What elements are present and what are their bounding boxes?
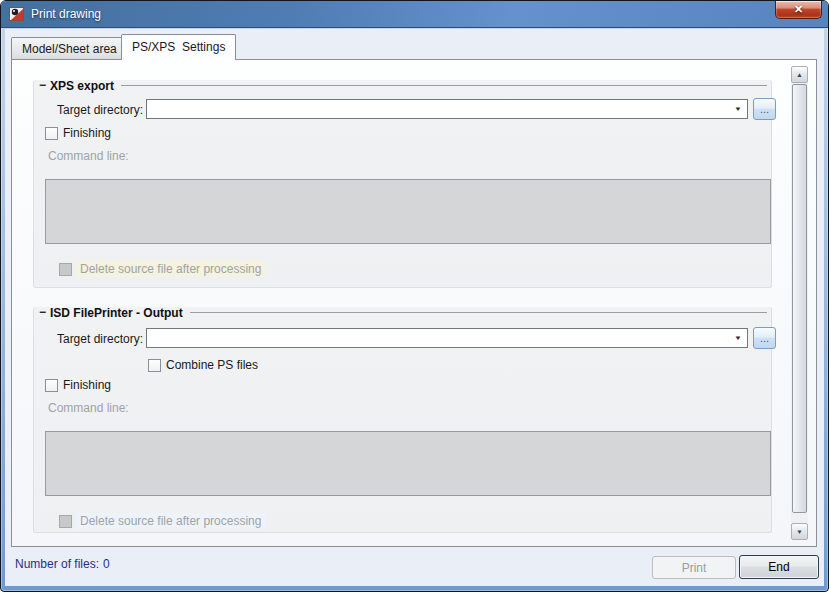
target-directory-combobox[interactable]: ▼ — [146, 328, 748, 348]
combine-ps-files-checkbox[interactable] — [148, 359, 161, 372]
group-title: XPS export — [50, 79, 114, 93]
combine-ps-files-label: Combine PS files — [166, 358, 258, 372]
tab-ps-xps-settings[interactable]: PS/XPS Settings — [121, 34, 236, 60]
dropdown-arrow-icon[interactable]: ▼ — [734, 106, 742, 112]
target-directory-input[interactable] — [149, 330, 727, 346]
print-drawing-dialog: Print drawing ✕ Model/Sheet area PS/XPS … — [0, 0, 829, 592]
delete-source-checkbox — [59, 515, 72, 528]
tab-label: PS/XPS Settings — [132, 40, 225, 54]
target-directory-input[interactable] — [149, 101, 727, 117]
delete-source-label: Delete source file after processing — [76, 513, 265, 529]
command-line-label: Command line: — [48, 149, 129, 163]
scrollbar-thumb[interactable] — [792, 84, 807, 513]
scroll-down-icon: ▼ — [796, 528, 803, 534]
target-directory-label: Target directory: — [48, 332, 143, 346]
group-xps-export: − XPS export Target directory: ▼ ... Fin… — [33, 80, 772, 288]
number-of-files-status: Number of files:0 — [15, 557, 110, 571]
number-of-files-label: Number of files: — [15, 557, 99, 571]
tab-model-sheet-area[interactable]: Model/Sheet area — [11, 37, 128, 60]
group-title: ISD FilePrinter - Output — [50, 306, 183, 320]
group-header-line — [190, 312, 767, 313]
delete-source-label: Delete source file after processing — [76, 261, 265, 277]
scroll-down-button[interactable]: ▼ — [791, 523, 808, 540]
tab-label: Model/Sheet area — [22, 42, 117, 56]
dialog-client-area: Model/Sheet area PS/XPS Settings − XPS e… — [5, 29, 824, 586]
close-button[interactable]: ✕ — [775, 1, 822, 19]
collapse-icon[interactable]: − — [39, 307, 46, 318]
group-header-line — [121, 85, 767, 86]
window-title: Print drawing — [31, 7, 101, 21]
browse-button[interactable]: ... — [753, 327, 776, 349]
app-icon — [9, 6, 25, 22]
finishing-label: Finishing — [63, 378, 111, 392]
command-line-label: Command line: — [48, 401, 129, 415]
print-button: Print — [652, 556, 736, 579]
target-directory-label: Target directory: — [48, 103, 143, 117]
delete-source-checkbox — [59, 263, 72, 276]
scroll-up-icon: ▲ — [796, 71, 803, 77]
target-directory-combobox[interactable]: ▼ — [146, 99, 748, 119]
scroll-up-button[interactable]: ▲ — [791, 66, 808, 83]
browse-button[interactable]: ... — [753, 98, 776, 120]
end-button[interactable]: End — [739, 555, 819, 579]
finishing-checkbox[interactable] — [45, 379, 58, 392]
titlebar[interactable]: Print drawing ✕ — [1, 1, 828, 28]
vertical-scrollbar[interactable]: ▲ ▼ — [791, 66, 808, 540]
command-line-textarea — [45, 179, 771, 244]
collapse-icon[interactable]: − — [39, 80, 46, 91]
group-isd-fileprinter-output: − ISD FilePrinter - Output Target direct… — [33, 307, 772, 533]
command-line-textarea — [45, 431, 771, 496]
number-of-files-count: 0 — [103, 557, 110, 571]
ps-xps-settings-page: − XPS export Target directory: ▼ ... Fin… — [11, 59, 817, 547]
finishing-checkbox[interactable] — [45, 127, 58, 140]
close-icon: ✕ — [776, 1, 821, 17]
finishing-label: Finishing — [63, 126, 111, 140]
dropdown-arrow-icon[interactable]: ▼ — [734, 335, 742, 341]
